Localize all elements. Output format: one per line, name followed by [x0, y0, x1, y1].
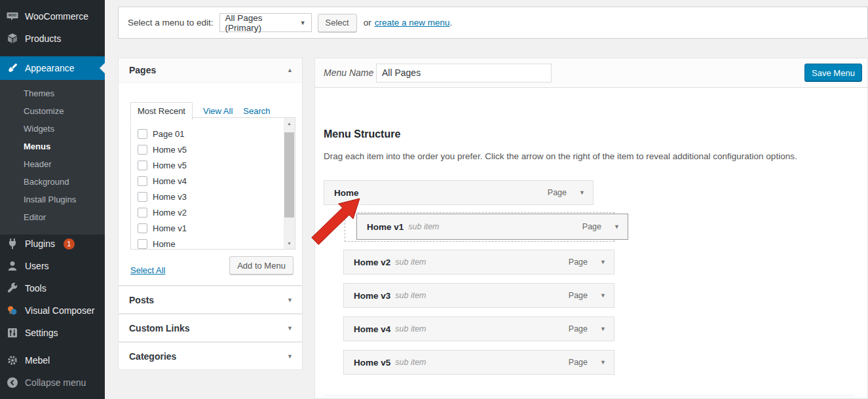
sidebar-item-products[interactable]: Products — [0, 28, 105, 50]
users-icon — [6, 259, 19, 273]
scrollbar[interactable]: ▲ ▼ — [284, 118, 295, 249]
sidebar-item-users[interactable]: Users — [0, 255, 105, 277]
sidebar-item-label: Appearance — [25, 63, 75, 73]
appearance-icon — [6, 62, 19, 75]
item-expand-icon[interactable]: ▼ — [600, 292, 606, 299]
wordpress-menus-page: WOO WooCommerce Products Appearance Them… — [0, 0, 868, 399]
list-item: Home v5 — [138, 157, 295, 173]
scroll-up-icon[interactable]: ▲ — [284, 118, 295, 129]
menu-structure-title: Menu Structure — [324, 128, 400, 140]
checkbox[interactable] — [138, 161, 147, 170]
select-button[interactable]: Select — [318, 14, 357, 32]
list-item: Home v1 — [138, 220, 295, 236]
sidebar-item-background[interactable]: Background — [0, 174, 105, 191]
plugins-update-badge: 1 — [64, 238, 75, 250]
checkbox[interactable] — [138, 176, 147, 186]
chevron-down-icon: ▼ — [300, 20, 306, 26]
sidebar-item-appearance[interactable]: Appearance — [0, 56, 105, 80]
chevron-up-icon[interactable]: ▲ — [287, 67, 293, 73]
sidebar-item-label: Users — [25, 261, 49, 271]
svg-text:WOO: WOO — [9, 13, 17, 17]
list-item: Home — [138, 236, 295, 250]
menu-item-home-v4[interactable]: Home v4 sub item Page ▼ — [343, 316, 614, 341]
add-to-menu-button[interactable]: Add to Menu — [229, 256, 293, 275]
checkbox[interactable] — [138, 129, 147, 139]
sidebar-item-menus[interactable]: Menus — [0, 138, 105, 156]
period-text: . — [450, 18, 453, 28]
divider — [324, 395, 854, 396]
sidebar-item-label: Settings — [25, 328, 58, 338]
menu-name-header: Menu Name Save Menu — [315, 58, 867, 88]
sidebar-item-label: Tools — [25, 283, 47, 294]
sub-item-hint: sub item — [395, 291, 426, 300]
or-text: or — [364, 18, 371, 28]
sidebar-item-label: Products — [25, 33, 61, 44]
item-type-label: Page — [569, 257, 588, 267]
item-expand-icon[interactable]: ▼ — [600, 326, 606, 332]
item-expand-icon[interactable]: ▼ — [600, 359, 606, 366]
plugins-icon — [6, 237, 19, 250]
item-type-label: Page — [582, 222, 601, 231]
sidebar-item-editor[interactable]: Editor — [0, 209, 105, 227]
sidebar-item-label: Plugins — [25, 238, 55, 249]
list-item: Home v4 — [138, 173, 295, 189]
sub-item-hint: sub item — [408, 222, 439, 231]
pages-panel-header[interactable]: Pages ▲ — [119, 58, 302, 83]
list-item: Home v5 — [138, 142, 295, 157]
scrollbar-thumb[interactable] — [284, 132, 294, 218]
item-expand-icon[interactable]: ▼ — [579, 189, 585, 196]
sidebar-item-tools[interactable]: Tools — [0, 277, 105, 299]
sidebar-item-collapse-menu[interactable]: Collapse menu — [0, 371, 105, 394]
gear-icon — [6, 354, 19, 367]
sidebar-item-widgets[interactable]: Widgets — [0, 121, 105, 138]
sidebar-item-install-plugins[interactable]: Install Plugins — [0, 191, 105, 209]
select-menu-label: Select a menu to edit: — [128, 18, 214, 28]
chevron-down-icon: ▼ — [287, 353, 293, 360]
sidebar-item-label: Visual Composer — [25, 305, 94, 316]
sidebar-item-mebel[interactable]: Mebel — [0, 349, 105, 371]
red-annotation-arrow-icon — [310, 194, 366, 248]
menu-select-dropdown[interactable]: All Pages (Primary) ▼ — [219, 13, 312, 32]
checkbox[interactable] — [138, 145, 147, 155]
admin-sidebar: WOO WooCommerce Products Appearance Them… — [0, 0, 105, 399]
chevron-down-icon: ▼ — [287, 297, 293, 303]
sub-item-hint: sub item — [395, 257, 426, 267]
checkbox[interactable] — [138, 239, 147, 249]
menu-structure-description: Drag each item into the order you prefer… — [324, 151, 797, 161]
sidebar-item-plugins[interactable]: Plugins 1 — [0, 233, 105, 255]
item-expand-icon[interactable]: ▼ — [614, 223, 620, 230]
manage-menus-bar: Select a menu to edit: All Pages (Primar… — [118, 7, 868, 39]
sub-item-hint: sub item — [395, 358, 426, 367]
tab-most-recent[interactable]: Most Recent — [130, 102, 193, 121]
appearance-submenu: Themes Customize Widgets Menus Header Ba… — [0, 80, 105, 235]
menu-name-label: Menu Name — [324, 67, 376, 78]
sidebar-item-themes[interactable]: Themes — [0, 85, 105, 103]
list-item: Home v3 — [138, 189, 295, 204]
sidebar-item-header[interactable]: Header — [0, 156, 105, 174]
pages-panel-title: Pages — [129, 65, 156, 75]
sidebar-item-settings[interactable]: Settings — [0, 322, 105, 344]
checkbox[interactable] — [138, 223, 147, 233]
select-all-link[interactable]: Select All — [130, 265, 165, 275]
menu-edit-panel: Menu Name Save Menu Menu Structure Drag … — [314, 58, 868, 399]
checkbox[interactable] — [138, 208, 147, 218]
sidebar-item-visual-composer[interactable]: Visual Composer — [0, 299, 105, 322]
custom-links-panel-header[interactable]: Custom Links ▼ — [118, 314, 303, 342]
products-icon — [6, 32, 19, 45]
checkbox[interactable] — [138, 192, 147, 202]
menu-name-input[interactable] — [376, 64, 552, 83]
scroll-down-icon[interactable]: ▼ — [284, 238, 295, 249]
menu-item-home-v2[interactable]: Home v2 sub item Page ▼ — [343, 250, 614, 275]
menu-item-home-v5[interactable]: Home v5 sub item Page ▼ — [343, 350, 614, 375]
categories-panel-header[interactable]: Categories ▼ — [118, 342, 303, 370]
sidebar-item-woocommerce[interactable]: WOO WooCommerce — [0, 5, 105, 28]
menu-item-home-v1-dragged[interactable]: Home v1 sub item Page ▼ — [356, 214, 628, 240]
sidebar-item-label: Collapse menu — [25, 377, 86, 388]
item-expand-icon[interactable]: ▼ — [600, 259, 606, 265]
item-type-label: Page — [548, 188, 567, 197]
create-new-menu-link[interactable]: create a new menu — [375, 18, 450, 28]
sidebar-item-customize[interactable]: Customize — [0, 103, 105, 121]
posts-panel-header[interactable]: Posts ▼ — [118, 286, 303, 314]
save-menu-button[interactable]: Save Menu — [804, 64, 862, 82]
menu-item-home-v3[interactable]: Home v3 sub item Page ▼ — [343, 283, 614, 308]
